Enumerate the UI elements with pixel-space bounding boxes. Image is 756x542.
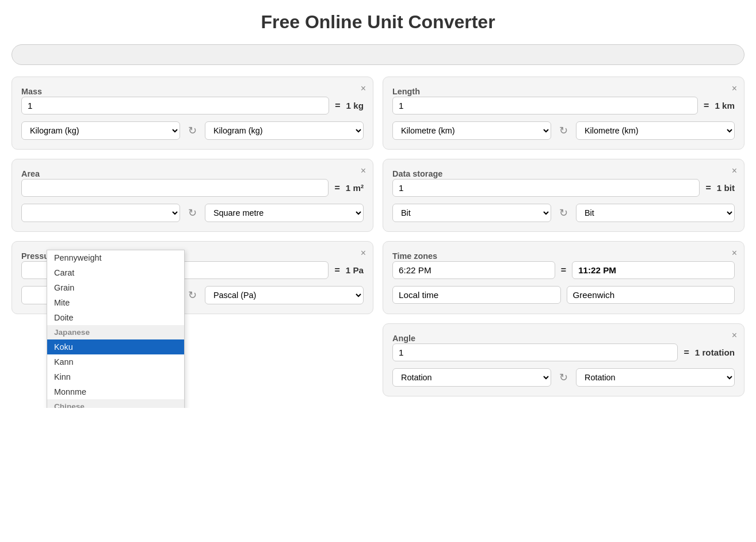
area-equals: = bbox=[334, 183, 339, 193]
time-zones-equals: = bbox=[561, 265, 566, 276]
data-storage-close-button[interactable]: × bbox=[732, 166, 737, 175]
length-from-select[interactable]: Kilometre (km) bbox=[392, 121, 551, 140]
area-close-button[interactable]: × bbox=[361, 166, 366, 175]
mass-dropdown-list[interactable]: PennyweightCaratGrainMiteDoiteJapaneseKo… bbox=[47, 250, 184, 408]
mass-close-button[interactable]: × bbox=[361, 84, 366, 93]
area-swap-button[interactable]: ↻ bbox=[186, 205, 199, 222]
data-storage-from-select[interactable]: Bit bbox=[392, 204, 551, 222]
angle-swap-button[interactable]: ↻ bbox=[557, 369, 570, 386]
area-from-select[interactable] bbox=[21, 204, 180, 222]
area-input[interactable] bbox=[21, 179, 329, 197]
angle-to-select[interactable]: Rotation bbox=[576, 368, 735, 387]
time-zones-result-input[interactable] bbox=[572, 261, 735, 279]
data-storage-to-select[interactable]: Bit bbox=[576, 204, 735, 222]
data-storage-equals: = bbox=[705, 183, 711, 193]
length-to-select[interactable]: Kilometre (km) bbox=[576, 121, 735, 140]
angle-close-button[interactable]: × bbox=[732, 331, 737, 340]
pressure-close-button[interactable]: × bbox=[361, 249, 366, 258]
dropdown-item[interactable]: Kann bbox=[47, 354, 184, 369]
time-zones-title: Time zones bbox=[392, 251, 437, 261]
mass-equals: = bbox=[335, 101, 340, 111]
mass-from-select[interactable]: Kilogram (kg) bbox=[21, 121, 180, 140]
dropdown-group: Chinese bbox=[47, 399, 184, 408]
search-bar[interactable] bbox=[12, 44, 744, 65]
dropdown-item[interactable]: Kinn bbox=[47, 369, 184, 384]
pressure-to-select[interactable]: Pascal (Pa) bbox=[205, 286, 364, 304]
dropdown-item[interactable]: Grain bbox=[47, 280, 184, 295]
angle-equals: = bbox=[684, 348, 689, 358]
dropdown-item[interactable]: Koku bbox=[47, 339, 184, 354]
dropdown-item[interactable]: Mite bbox=[47, 295, 184, 310]
length-swap-button[interactable]: ↻ bbox=[557, 123, 570, 139]
data-storage-swap-button[interactable]: ↻ bbox=[557, 205, 570, 222]
dropdown-group: Japanese bbox=[47, 325, 184, 339]
data-storage-title: Data storage bbox=[392, 169, 442, 178]
pressure-result-label: 1 Pa bbox=[346, 265, 364, 275]
mass-result-label: 1 kg bbox=[346, 101, 364, 110]
mass-swap-button[interactable]: ↻ bbox=[186, 123, 199, 139]
converters-grid: Mass × = 1 kg Kilogram (kg) ↻ Kilogram (… bbox=[12, 77, 744, 396]
pressure-equals: = bbox=[334, 265, 339, 276]
dropdown-item[interactable]: Monnme bbox=[47, 384, 184, 399]
time-zones-input[interactable] bbox=[392, 261, 555, 279]
angle-title: Angle bbox=[392, 334, 415, 343]
length-close-button[interactable]: × bbox=[732, 84, 737, 93]
pressure-swap-button[interactable]: ↻ bbox=[186, 287, 199, 304]
dropdown-item[interactable]: Doite bbox=[47, 310, 184, 325]
area-result-label: 1 m² bbox=[346, 183, 364, 193]
mass-dropdown: PennyweightCaratGrainMiteDoiteJapaneseKo… bbox=[47, 250, 185, 408]
time-zones-from-input[interactable] bbox=[392, 286, 561, 304]
mass-converter: Mass × = 1 kg Kilogram (kg) ↻ Kilogram (… bbox=[12, 77, 373, 150]
length-title: Length bbox=[392, 87, 420, 96]
angle-converter: Angle × = 1 rotation Rotation ↻ Rotation bbox=[383, 323, 744, 396]
time-zones-to-input[interactable] bbox=[567, 286, 735, 304]
angle-from-select[interactable]: Rotation bbox=[392, 368, 551, 387]
dropdown-item[interactable]: Carat bbox=[47, 265, 184, 280]
data-storage-input[interactable] bbox=[392, 179, 700, 197]
mass-title: Mass bbox=[21, 87, 42, 96]
length-input[interactable] bbox=[392, 97, 698, 114]
length-converter: Length × = 1 km Kilometre (km) ↻ Kilomet… bbox=[383, 77, 744, 150]
area-converter: Area × = 1 m² ↻ Square metre bbox=[12, 159, 373, 232]
mass-input[interactable] bbox=[21, 97, 329, 114]
area-title: Area bbox=[21, 169, 40, 178]
angle-input[interactable] bbox=[392, 343, 678, 361]
data-storage-result-label: 1 bit bbox=[717, 183, 735, 193]
page-title: Free Online Unit Converter bbox=[12, 12, 744, 33]
length-result-label: 1 km bbox=[715, 101, 735, 110]
dropdown-item[interactable]: Pennyweight bbox=[47, 250, 184, 265]
area-to-select[interactable]: Square metre bbox=[205, 204, 364, 222]
length-equals: = bbox=[704, 101, 709, 111]
time-zones-converter: Time zones × = bbox=[383, 241, 744, 314]
data-storage-converter: Data storage × = 1 bit Bit ↻ Bit bbox=[383, 159, 744, 232]
mass-to-select[interactable]: Kilogram (kg) bbox=[205, 121, 364, 140]
angle-result-label: 1 rotation bbox=[695, 348, 735, 357]
time-zones-close-button[interactable]: × bbox=[732, 249, 737, 258]
